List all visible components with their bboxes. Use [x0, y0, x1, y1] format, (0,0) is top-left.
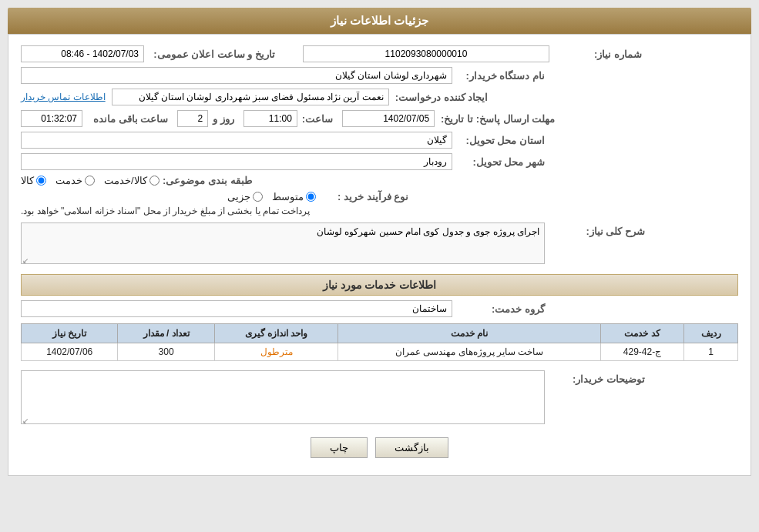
city-label: شهر محل تحویل:: [452, 156, 545, 168]
col-date: تاریخ نیاز: [22, 324, 118, 343]
buyer-name-label: نام دستگاه خریدار:: [452, 70, 545, 82]
back-button[interactable]: بازگشت: [375, 437, 448, 458]
category-label: طبقه بندی موضوعی:: [160, 175, 252, 186]
process-radio-group: متوسط جزیی: [21, 191, 316, 202]
announce-datetime-label: تاریخ و ساعت اعلان عمومی:: [144, 49, 275, 60]
cell-unit: مترطول: [214, 343, 338, 361]
process-radio-medium[interactable]: متوسط: [272, 191, 316, 202]
radio-khedmat-input[interactable]: [85, 176, 95, 186]
buyer-desc-textarea[interactable]: [21, 370, 545, 424]
buyer-name-input[interactable]: [21, 67, 452, 84]
deadline-day-input[interactable]: [177, 110, 208, 127]
need-number-input[interactable]: [303, 45, 549, 62]
cell-service-name: ساخت سایر پروژه‌های مهندسی عمران: [338, 343, 601, 361]
creator-label: ایجاد کننده درخواست:: [395, 92, 489, 103]
deadline-date-input[interactable]: [342, 110, 435, 127]
category-radio-khedmat[interactable]: خدمت: [55, 175, 95, 186]
services-section-header: اطلاعات خدمات مورد نیاز: [21, 274, 738, 296]
col-quantity: تعداد / مقدار: [118, 324, 214, 343]
col-service-code: کد خدمت: [601, 324, 684, 343]
radio-khedmat-label: خدمت: [55, 175, 82, 186]
deadline-remaining-label: ساعت باقی مانده: [93, 113, 168, 125]
radio-medium-label: متوسط: [272, 191, 304, 202]
services-table: ردیف کد خدمت نام خدمت واحد اندازه گیری ت…: [21, 323, 738, 361]
radio-kala-khedmat-label: کالا/خدمت: [104, 175, 147, 186]
page-header: جزئیات اطلاعات نیاز: [8, 8, 751, 34]
cell-quantity: 300: [118, 343, 214, 361]
creator-input[interactable]: [112, 89, 389, 105]
deadline-day-label: روز و: [213, 113, 234, 125]
category-radio-kala-khedmat[interactable]: کالا/خدمت: [104, 175, 160, 186]
province-input[interactable]: [21, 132, 452, 149]
radio-kala-label: کالا: [21, 175, 34, 186]
contact-link[interactable]: اطلاعات تماس خریدار: [21, 92, 106, 102]
cell-rownum: 1: [684, 343, 738, 361]
bottom-buttons: بازگشت چاپ: [21, 437, 738, 464]
category-radio-group: کالا/خدمت خدمت کالا: [21, 175, 160, 186]
deadline-time-label: ساعت:: [302, 113, 333, 125]
need-number-label: شماره نیاز:: [549, 49, 642, 60]
col-rownum: ردیف: [684, 324, 738, 343]
radio-partial-label: جزیی: [227, 191, 250, 202]
table-row: 1 ج-42-429 ساخت سایر پروژه‌های مهندسی عم…: [22, 343, 738, 361]
radio-kala-input[interactable]: [36, 176, 46, 186]
textarea-resize-icon: ↙: [22, 257, 29, 265]
deadline-remaining-input[interactable]: [21, 110, 82, 127]
need-description-textarea[interactable]: <span data-bind="fields.need_description…: [21, 223, 545, 264]
city-input[interactable]: [21, 153, 452, 170]
buyer-desc-label: توضیحات خریدار:: [552, 370, 645, 385]
radio-partial-input[interactable]: [253, 192, 263, 202]
process-note: پرداخت تمام یا بخشی از مبلغ خریدار از مح…: [21, 206, 310, 216]
deadline-time-input[interactable]: [243, 110, 297, 127]
process-label: نوع فرآیند خرید :: [316, 191, 408, 202]
services-table-section: ردیف کد خدمت نام خدمت واحد اندازه گیری ت…: [21, 323, 738, 361]
print-button[interactable]: چاپ: [311, 437, 368, 458]
announce-datetime-input[interactable]: [21, 45, 144, 62]
process-radio-partial[interactable]: جزیی: [227, 191, 263, 202]
page-title: جزئیات اطلاعات نیاز: [331, 14, 428, 27]
col-unit: واحد اندازه گیری: [214, 324, 338, 343]
cell-service-code: ج-42-429: [601, 343, 684, 361]
col-service-name: نام خدمت: [338, 324, 601, 343]
category-radio-kala[interactable]: کالا: [21, 175, 46, 186]
cell-date: 1402/07/06: [22, 343, 118, 361]
buyer-textarea-resize-icon: ↙: [22, 417, 29, 425]
radio-medium-input[interactable]: [306, 192, 316, 202]
deadline-label: مهلت ارسال پاسخ: تا تاریخ:: [439, 113, 555, 125]
service-group-input[interactable]: [21, 300, 452, 317]
service-group-label: گروه خدمت:: [452, 303, 545, 315]
need-desc-label: شرح کلی نیاز:: [552, 223, 645, 237]
province-label: استان محل تحویل:: [452, 135, 545, 146]
radio-kala-khedmat-input[interactable]: [149, 176, 160, 186]
